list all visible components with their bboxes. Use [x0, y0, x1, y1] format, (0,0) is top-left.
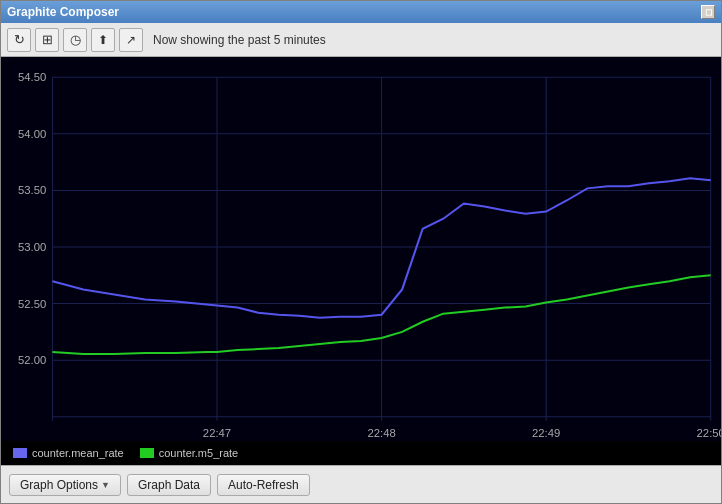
legend-label-m5-rate: counter.m5_rate	[159, 447, 239, 459]
legend-color-mean-rate	[13, 448, 27, 458]
auto-refresh-button[interactable]: Auto-Refresh	[217, 474, 310, 496]
graph-options-label: Graph Options	[20, 478, 98, 492]
restore-button[interactable]: ◻	[701, 5, 715, 19]
graph-options-button[interactable]: Graph Options ▼	[9, 474, 121, 496]
svg-text:54.50: 54.50	[18, 71, 46, 83]
auto-refresh-label: Auto-Refresh	[228, 478, 299, 492]
status-text: Now showing the past 5 minutes	[153, 33, 326, 47]
legend-item-mean-rate: counter.mean_rate	[13, 447, 124, 459]
refresh-button[interactable]: ↻	[7, 28, 31, 52]
svg-rect-23	[13, 448, 27, 458]
graph-area: 54.50 54.00 53.50 53.00 52.50 52.00 22:4…	[1, 57, 721, 441]
svg-text:53.50: 53.50	[18, 185, 46, 197]
legend-label-mean-rate: counter.mean_rate	[32, 447, 124, 459]
svg-rect-0	[1, 57, 721, 441]
calendar-icon: ⊞	[42, 32, 53, 47]
svg-rect-24	[140, 448, 154, 458]
toolbar: ↻ ⊞ ◷ ⬆ ↗ Now showing the past 5 minutes	[1, 23, 721, 57]
refresh-icon: ↻	[14, 32, 25, 47]
svg-text:22:48: 22:48	[367, 427, 395, 439]
clock-icon: ◷	[70, 32, 81, 47]
legend-color-m5-rate	[140, 448, 154, 458]
upload-icon: ⬆	[98, 33, 108, 47]
share-button[interactable]: ↗	[119, 28, 143, 52]
title-bar: Graphite Composer ◻	[1, 1, 721, 23]
svg-text:52.50: 52.50	[18, 298, 46, 310]
restore-icon: ◻	[705, 7, 712, 17]
svg-text:22:49: 22:49	[532, 427, 560, 439]
dropdown-arrow-icon: ▼	[101, 480, 110, 490]
graph-svg: 54.50 54.00 53.50 53.00 52.50 52.00 22:4…	[1, 57, 721, 441]
svg-text:22:50: 22:50	[697, 427, 721, 439]
svg-text:53.00: 53.00	[18, 241, 46, 253]
graph-data-button[interactable]: Graph Data	[127, 474, 211, 496]
main-window: Graphite Composer ◻ ↻ ⊞ ◷ ⬆ ↗ Now showin…	[0, 0, 722, 504]
legend-item-m5-rate: counter.m5_rate	[140, 447, 239, 459]
upload-button[interactable]: ⬆	[91, 28, 115, 52]
svg-text:22:47: 22:47	[203, 427, 231, 439]
bottom-bar: Graph Options ▼ Graph Data Auto-Refresh	[1, 465, 721, 503]
svg-text:54.00: 54.00	[18, 128, 46, 140]
title-bar-buttons: ◻	[701, 5, 715, 19]
graph-data-label: Graph Data	[138, 478, 200, 492]
window-title: Graphite Composer	[7, 5, 119, 19]
share-icon: ↗	[126, 33, 136, 47]
calendar-button[interactable]: ⊞	[35, 28, 59, 52]
svg-text:52.00: 52.00	[18, 354, 46, 366]
graph-legend: counter.mean_rate counter.m5_rate	[1, 441, 721, 465]
clock-button[interactable]: ◷	[63, 28, 87, 52]
